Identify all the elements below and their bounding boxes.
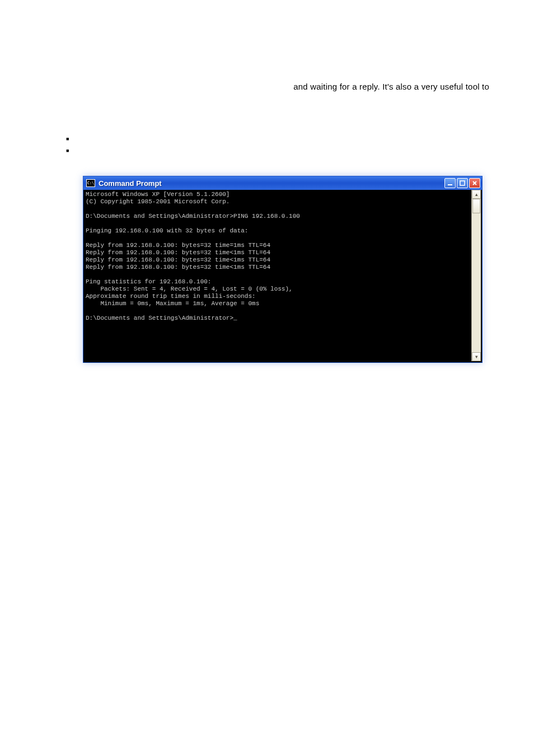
page: and waiting for a reply. It's also a ver… — [0, 0, 534, 756]
close-icon — [472, 180, 477, 186]
window-title-bar[interactable]: C:\ Command Prompt — [83, 176, 482, 190]
list-item — [66, 134, 76, 143]
scroll-down-button[interactable]: ▾ — [472, 352, 481, 361]
command-prompt-window[interactable]: C:\ Command Prompt Microsoft Windows XP … — [83, 176, 483, 363]
svg-rect-1 — [460, 181, 465, 185]
cmd-icon: C:\ — [86, 179, 95, 187]
close-button[interactable] — [469, 178, 480, 188]
scroll-up-button[interactable]: ▴ — [472, 190, 481, 199]
body-text-fragment: and waiting for a reply. It's also a ver… — [293, 82, 489, 91]
maximize-icon — [460, 180, 465, 186]
window-title: Command Prompt — [99, 179, 162, 188]
svg-rect-0 — [448, 184, 452, 185]
terminal-output[interactable]: Microsoft Windows XP [Version 5.1.2600] … — [85, 190, 471, 361]
minimize-icon — [447, 180, 453, 186]
maximize-button[interactable] — [457, 178, 468, 188]
scroll-thumb[interactable] — [472, 199, 480, 213]
list-item — [66, 146, 76, 155]
scroll-track[interactable] — [472, 199, 481, 352]
minimize-button[interactable] — [444, 178, 456, 188]
terminal-client-area: Microsoft Windows XP [Version 5.1.2600] … — [85, 190, 481, 361]
window-controls — [444, 178, 480, 188]
bullet-list — [44, 134, 76, 157]
vertical-scrollbar[interactable]: ▴ ▾ — [471, 190, 481, 361]
